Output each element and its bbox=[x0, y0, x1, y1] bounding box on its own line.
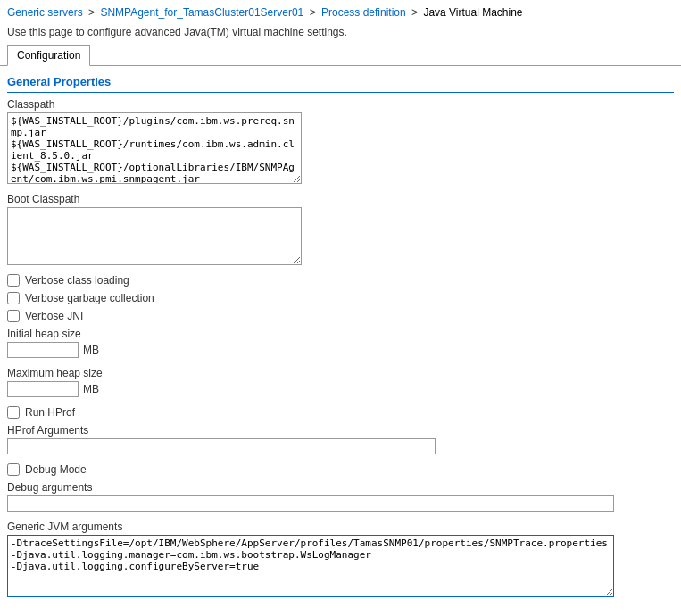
debug-mode-label: Debug Mode bbox=[25, 463, 87, 476]
breadcrumb: Generic servers > SNMPAgent_for_TamasClu… bbox=[0, 0, 681, 24]
breadcrumb-current: Java Virtual Machine bbox=[423, 6, 522, 19]
verbose-jni-checkbox[interactable] bbox=[7, 310, 20, 322]
maximum-heap-input[interactable] bbox=[7, 381, 79, 397]
breadcrumb-sep-1: > bbox=[88, 6, 97, 19]
initial-heap-unit: MB bbox=[83, 344, 99, 356]
initial-heap-input[interactable] bbox=[7, 342, 79, 358]
verbose-class-loading-label: Verbose class loading bbox=[25, 274, 129, 287]
classpath-textarea[interactable]: ${WAS_INSTALL_ROOT}/plugins/com.ibm.ws.p… bbox=[7, 112, 302, 184]
verbose-garbage-collection-checkbox[interactable] bbox=[7, 292, 20, 304]
breadcrumb-sep-2: > bbox=[310, 6, 319, 19]
breadcrumb-link-process-definition[interactable]: Process definition bbox=[321, 6, 406, 19]
generic-jvm-arguments-group: Generic JVM arguments -DtraceSettingsFil… bbox=[7, 520, 674, 597]
verbose-class-loading-checkbox[interactable] bbox=[7, 274, 20, 287]
hprof-arguments-label: HProf Arguments bbox=[7, 424, 674, 437]
classpath-group: Classpath ${WAS_INSTALL_ROOT}/plugins/co… bbox=[7, 98, 674, 184]
run-hprof-row: Run HProf bbox=[7, 406, 674, 419]
initial-heap-input-row: MB bbox=[7, 342, 674, 358]
page-description: Use this page to configure advanced Java… bbox=[0, 24, 681, 44]
run-hprof-label: Run HProf bbox=[25, 406, 75, 419]
maximum-heap-unit: MB bbox=[83, 383, 99, 395]
verbose-garbage-collection-row: Verbose garbage collection bbox=[7, 292, 674, 304]
debug-arguments-label: Debug arguments bbox=[7, 481, 674, 494]
verbose-jni-label: Verbose JNI bbox=[25, 310, 83, 322]
maximum-heap-input-row: MB bbox=[7, 381, 674, 397]
verbose-garbage-collection-label: Verbose garbage collection bbox=[25, 292, 154, 304]
tab-configuration[interactable]: Configuration bbox=[7, 45, 90, 66]
maximum-heap-label: Maximum heap size bbox=[7, 367, 674, 379]
initial-heap-label: Initial heap size bbox=[7, 328, 674, 340]
verbose-class-loading-row: Verbose class loading bbox=[7, 274, 674, 287]
boot-classpath-group: Boot Classpath bbox=[7, 193, 674, 265]
boot-classpath-textarea[interactable] bbox=[7, 207, 302, 265]
breadcrumb-sep-3: > bbox=[411, 6, 420, 19]
initial-heap-group: Initial heap size MB bbox=[7, 328, 674, 358]
verbose-jni-row: Verbose JNI bbox=[7, 310, 674, 322]
section-title-general-properties: General Properties bbox=[7, 75, 674, 93]
hprof-arguments-input[interactable] bbox=[7, 438, 436, 454]
run-hprof-checkbox[interactable] bbox=[7, 406, 20, 419]
breadcrumb-link-generic-servers[interactable]: Generic servers bbox=[7, 6, 83, 19]
maximum-heap-group: Maximum heap size MB bbox=[7, 367, 674, 397]
generic-jvm-arguments-textarea[interactable]: -DtraceSettingsFile=/opt/IBM/WebSphere/A… bbox=[7, 535, 614, 597]
classpath-label: Classpath bbox=[7, 98, 674, 111]
tab-bar: Configuration bbox=[0, 44, 681, 66]
boot-classpath-label: Boot Classpath bbox=[7, 193, 674, 205]
breadcrumb-link-snmpagent[interactable]: SNMPAgent_for_TamasCluster01Server01 bbox=[100, 6, 303, 19]
generic-jvm-arguments-label: Generic JVM arguments bbox=[7, 520, 674, 533]
hprof-arguments-group: HProf Arguments bbox=[7, 424, 674, 454]
debug-mode-row: Debug Mode bbox=[7, 463, 674, 476]
debug-mode-checkbox[interactable] bbox=[7, 463, 20, 476]
main-content: General Properties Classpath ${WAS_INSTA… bbox=[0, 66, 681, 615]
debug-arguments-input[interactable] bbox=[7, 495, 614, 512]
debug-arguments-group: Debug arguments bbox=[7, 481, 674, 512]
